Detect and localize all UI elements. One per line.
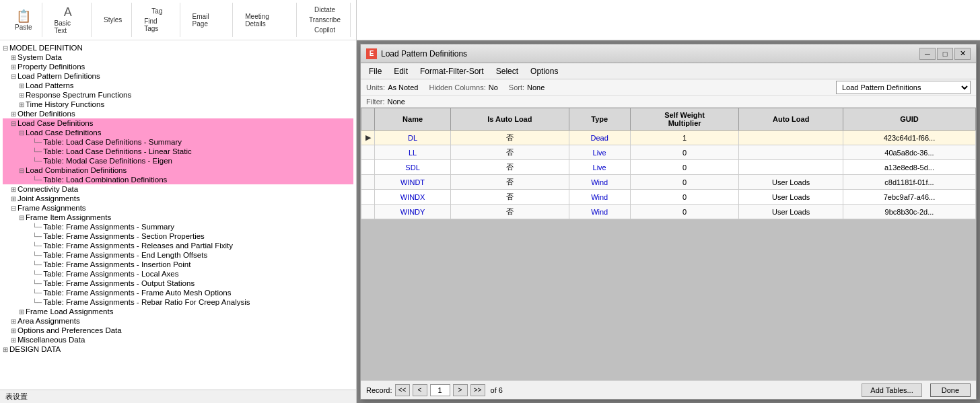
tree-item-model-def[interactable]: ⊟MODEL DEFINITION <box>3 43 353 52</box>
units-item: Units: As Noted <box>366 83 418 91</box>
basic-text-button[interactable]: A Basic Text <box>50 4 85 36</box>
basic-text-icon: A <box>64 5 72 20</box>
transcribe-button[interactable]: Transcribe <box>305 15 345 25</box>
find-tags-button[interactable]: Find Tags <box>140 16 174 34</box>
tree-item-load-pattern-def[interactable]: ⊟Load Pattern Definitions <box>3 71 353 81</box>
first-record-button[interactable]: << <box>395 384 410 396</box>
paste-icon: 📋 <box>16 9 31 24</box>
menu-item-select[interactable]: Select <box>491 65 524 77</box>
row-type[interactable]: Wind <box>569 205 630 219</box>
row-type[interactable]: Wind <box>569 175 630 190</box>
top-ribbon <box>357 0 980 40</box>
tree-item-design-data[interactable]: ⊞DESIGN DATA <box>3 344 353 354</box>
tree-item-load-case-def-sub[interactable]: ⊟Load Case Definitions <box>3 128 353 137</box>
ribbon-area: 📋 Paste A Basic Text Styles Tag Find Tag… <box>0 0 356 40</box>
row-auto-load: User Loads <box>739 190 843 205</box>
col-weight: Self WeightMultiplier <box>630 108 739 131</box>
tree-item-table-linear[interactable]: └─Table: Load Case Definitions - Linear … <box>3 147 353 156</box>
styles-button[interactable]: Styles <box>100 15 126 25</box>
tree-item-table-combo[interactable]: └─Table: Load Combination Definitions <box>3 175 353 184</box>
dictate-button[interactable]: Dictate <box>310 5 339 15</box>
close-button[interactable]: ✕ <box>954 48 971 60</box>
menu-item-options[interactable]: Options <box>525 65 563 77</box>
tree-item-t-fa-mesh[interactable]: └─Table: Frame Assignments - Frame Auto … <box>3 288 353 297</box>
row-type[interactable]: Live <box>569 160 630 175</box>
tree-item-connectivity[interactable]: ⊞Connectivity Data <box>3 184 353 194</box>
tree-item-t-fa-insert[interactable]: └─Table: Frame Assignments - Insertion P… <box>3 260 353 269</box>
col-name: Name <box>375 108 451 131</box>
tree-item-other-def[interactable]: ⊞Other Definitions <box>3 109 353 118</box>
tree-item-misc-data[interactable]: ⊞Miscellaneous Data <box>3 335 353 344</box>
tree-item-t-fa-axes[interactable]: └─Table: Frame Assignments - Local Axes <box>3 269 353 279</box>
table-body: ▶ DL 否 Dead 1 423c64d1-f66... LL 否 Live … <box>361 131 976 219</box>
email-page-button[interactable]: Email Page <box>188 11 228 29</box>
prev-record-button[interactable]: < <box>413 384 427 396</box>
tree-item-t-fa-end[interactable]: └─Table: Frame Assignments - End Length … <box>3 250 353 260</box>
tree-item-property-def[interactable]: ⊞Property Definitions <box>3 62 353 71</box>
table-dropdown[interactable]: Load Pattern Definitions <box>836 81 971 94</box>
row-arrow-cell: ▶ <box>361 131 375 145</box>
tree-item-t-fa-output[interactable]: └─Table: Frame Assignments - Output Stat… <box>3 279 353 288</box>
add-tables-button[interactable]: Add Tables... <box>862 383 921 397</box>
row-name[interactable]: LL <box>375 145 451 160</box>
tree-item-options-pref[interactable]: ⊞Options and Preferences Data <box>3 326 353 335</box>
tree-item-t-fa-summary[interactable]: └─Table: Frame Assignments - Summary <box>3 222 353 231</box>
row-auto-load <box>739 160 843 175</box>
row-name[interactable]: SDL <box>375 160 451 175</box>
row-name[interactable]: WINDY <box>375 205 451 219</box>
tree-item-table-summary[interactable]: └─Table: Load Case Definitions - Summary <box>3 137 353 147</box>
tree-item-response-spectrum[interactable]: ⊞Response Spectrum Functions <box>3 90 353 100</box>
email-group: Email Page <box>183 3 234 37</box>
table-header-row: Name Is Auto Load Type Self WeightMultip… <box>361 108 976 131</box>
tree-item-t-fa-releases[interactable]: └─Table: Frame Assignments - Releases an… <box>3 241 353 250</box>
row-is-auto: 否 <box>451 160 569 175</box>
tree-item-frame-load-assign[interactable]: ⊞Frame Load Assignments <box>3 307 353 316</box>
dialog-titlebar: E Load Pattern Definitions ─ □ ✕ <box>361 44 976 63</box>
row-type[interactable]: Dead <box>569 131 630 145</box>
row-name[interactable]: WINDX <box>375 190 451 205</box>
units-value: As Noted <box>388 83 418 91</box>
tree-item-time-history[interactable]: ⊞Time History Functions <box>3 100 353 109</box>
tag-button[interactable]: Tag <box>147 6 166 16</box>
tree-item-frame-item[interactable]: ⊟Frame Item Assignments <box>3 213 353 222</box>
tree-item-t-fa-section[interactable]: └─Table: Frame Assignments - Section Pro… <box>3 231 353 241</box>
table-row: WINDX 否 Wind 0 User Loads 7ebc9af7-a46..… <box>361 190 976 205</box>
copilot-button[interactable]: Copilot <box>310 25 339 35</box>
tree-item-frame-assign[interactable]: ⊟Frame Assignments <box>3 203 353 213</box>
tree-item-load-case-def[interactable]: ⊟Load Case Definitions <box>3 118 353 128</box>
row-guid: a13e8ed8-5d... <box>843 160 975 175</box>
row-guid: 9bc8b30c-2d... <box>843 205 975 219</box>
menu-item-edit[interactable]: Edit <box>388 65 413 77</box>
tree-item-load-combo-def[interactable]: ⊟Load Combination Definitions <box>3 166 353 175</box>
paste-button[interactable]: 📋 Paste <box>11 7 36 32</box>
tree-item-system-data[interactable]: ⊞System Data <box>3 52 353 62</box>
clipboard-group: 📋 Paste <box>5 3 42 37</box>
row-type[interactable]: Wind <box>569 190 630 205</box>
tree-item-joint-assign[interactable]: ⊞Joint Assignments <box>3 194 353 203</box>
table-row: LL 否 Live 0 40a5a8dc-36... <box>361 145 976 160</box>
hidden-label: Hidden Columns: <box>429 83 485 91</box>
tree-item-load-patterns[interactable]: ⊞Load Patterns <box>3 81 353 90</box>
menu-item-format-filter-sort[interactable]: Format-Filter-Sort <box>415 65 489 77</box>
row-name[interactable]: WINDT <box>375 175 451 190</box>
done-button[interactable]: Done <box>930 383 971 397</box>
record-number-input[interactable] <box>430 384 450 396</box>
tree-item-area-assign[interactable]: ⊞Area Assignments <box>3 316 353 326</box>
row-guid: 423c64d1-f66... <box>843 131 975 145</box>
tree-area: ⊟MODEL DEFINITION⊞System Data⊞Property D… <box>0 40 356 390</box>
minimize-button[interactable]: ─ <box>919 48 936 60</box>
next-record-button[interactable]: > <box>453 384 468 396</box>
meetings-group: Meeting Details <box>236 3 297 37</box>
table-container: Name Is Auto Load Type Self WeightMultip… <box>361 108 976 380</box>
row-type[interactable]: Live <box>569 145 630 160</box>
meeting-details-button[interactable]: Meeting Details <box>241 11 291 29</box>
dialog-controls: ─ □ ✕ <box>918 48 971 60</box>
status-text: 表设置 <box>5 392 28 402</box>
tree-item-table-modal[interactable]: └─Table: Modal Case Definitions - Eigen <box>3 156 353 166</box>
maximize-button[interactable]: □ <box>937 48 953 60</box>
tree-item-t-fa-rebar[interactable]: └─Table: Frame Assignments - Rebar Ratio… <box>3 297 353 307</box>
row-name[interactable]: DL <box>375 131 451 145</box>
last-record-button[interactable]: >> <box>470 384 485 396</box>
menu-item-file[interactable]: File <box>363 65 387 77</box>
units-label: Units: <box>366 83 385 91</box>
